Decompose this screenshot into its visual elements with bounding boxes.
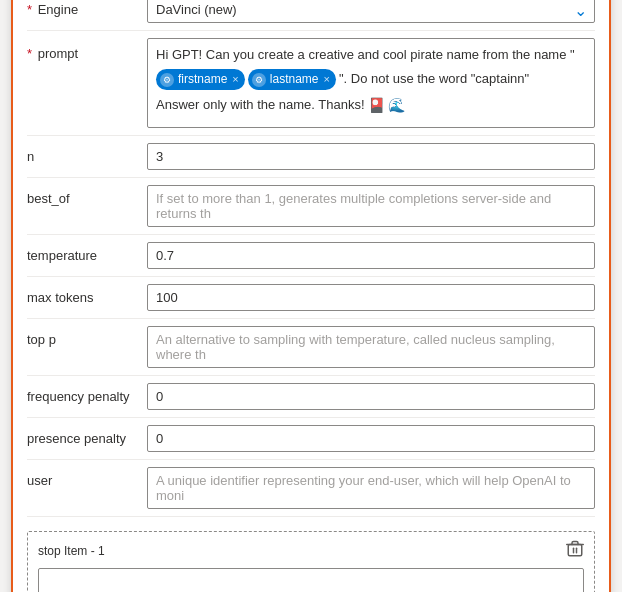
- top-p-value: An alternative to sampling with temperat…: [147, 326, 595, 368]
- presence-penalty-field-row: presence penalty: [27, 418, 595, 459]
- top-p-label: top p: [27, 326, 147, 347]
- prompt-suffix: ". Do not use the word "captainn": [339, 69, 529, 90]
- temperature-label: temperature: [27, 242, 147, 263]
- delete-icon[interactable]: [566, 540, 584, 562]
- token1-label: firstname: [178, 70, 227, 89]
- engine-label: * Engine: [27, 0, 147, 17]
- user-value: A unique identifier representing your en…: [147, 467, 595, 509]
- temperature-input[interactable]: [147, 242, 595, 269]
- prompt-label: * prompt: [27, 38, 147, 61]
- n-value: [147, 143, 595, 170]
- card-body: * Engine DaVinci (new) ⌄ * prompt Hi GPT…: [13, 0, 609, 592]
- token-icon-1: ⚙: [160, 73, 174, 87]
- frequency-penalty-label: frequency penalty: [27, 383, 147, 404]
- engine-dropdown-wrapper: DaVinci (new) ⌄: [147, 0, 595, 23]
- presence-penalty-input[interactable]: [147, 425, 595, 452]
- stop-section-wrapper: stop Item - 1 ＋ + Add new ite: [27, 525, 595, 592]
- top-p-field-row: top p An alternative to sampling with te…: [27, 319, 595, 375]
- lastname-token[interactable]: ⚙ lastname ×: [248, 69, 336, 90]
- prompt-field-row: * prompt Hi GPT! Can you create a creati…: [27, 31, 595, 134]
- prompt-line-2: Answer only with the name. Thanks! 🎴 🌊: [156, 94, 586, 116]
- presence-penalty-label: presence penalty: [27, 425, 147, 446]
- emoji-2: 🌊: [388, 94, 405, 116]
- frequency-penalty-field-row: frequency penalty: [27, 376, 595, 417]
- presence-penalty-value: [147, 425, 595, 452]
- n-input[interactable]: [147, 143, 595, 170]
- prompt-line2-text: Answer only with the name. Thanks!: [156, 95, 365, 116]
- best-of-input[interactable]: If set to more than 1, generates multipl…: [147, 185, 595, 227]
- frequency-penalty-input[interactable]: [147, 383, 595, 410]
- prompt-prefix: Hi GPT! Can you create a creative and co…: [156, 45, 575, 66]
- token1-close[interactable]: ×: [232, 71, 238, 89]
- user-label: user: [27, 467, 147, 488]
- n-label: n: [27, 143, 147, 164]
- temperature-field-row: temperature: [27, 235, 595, 276]
- best-of-label: best_of: [27, 185, 147, 206]
- svg-rect-0: [568, 544, 582, 555]
- prompt-line-1: Hi GPT! Can you create a creative and co…: [156, 45, 586, 90]
- user-input[interactable]: A unique identifier representing your en…: [147, 467, 595, 509]
- action-card: Ask GPT for pirate name (Forhåndsversjon…: [11, 0, 611, 592]
- token2-close[interactable]: ×: [324, 71, 330, 89]
- engine-field-row: * Engine DaVinci (new) ⌄: [27, 0, 595, 30]
- prompt-value: Hi GPT! Can you create a creative and co…: [147, 38, 595, 127]
- emoji-1: 🎴: [368, 94, 385, 116]
- frequency-penalty-value: [147, 383, 595, 410]
- temperature-value: [147, 242, 595, 269]
- firstname-token[interactable]: ⚙ firstname ×: [156, 69, 245, 90]
- engine-dropdown[interactable]: DaVinci (new): [147, 0, 595, 23]
- token-icon-2: ⚙: [252, 73, 266, 87]
- n-field-row: n: [27, 136, 595, 177]
- max-tokens-field-row: max tokens: [27, 277, 595, 318]
- top-p-input[interactable]: An alternative to sampling with temperat…: [147, 326, 595, 368]
- token2-label: lastname: [270, 70, 319, 89]
- stop-item-input[interactable]: [38, 568, 584, 592]
- max-tokens-value: [147, 284, 595, 311]
- prompt-box[interactable]: Hi GPT! Can you create a creative and co…: [147, 38, 595, 127]
- stop-section: stop Item - 1: [27, 531, 595, 592]
- user-field-row: user A unique identifier representing yo…: [27, 460, 595, 516]
- stop-section-title: stop Item - 1: [38, 544, 105, 558]
- divider: [27, 516, 595, 517]
- max-tokens-label: max tokens: [27, 284, 147, 305]
- best-of-field-row: best_of If set to more than 1, generates…: [27, 178, 595, 234]
- best-of-value: If set to more than 1, generates multipl…: [147, 185, 595, 227]
- stop-section-header: stop Item - 1: [38, 540, 584, 562]
- max-tokens-input[interactable]: [147, 284, 595, 311]
